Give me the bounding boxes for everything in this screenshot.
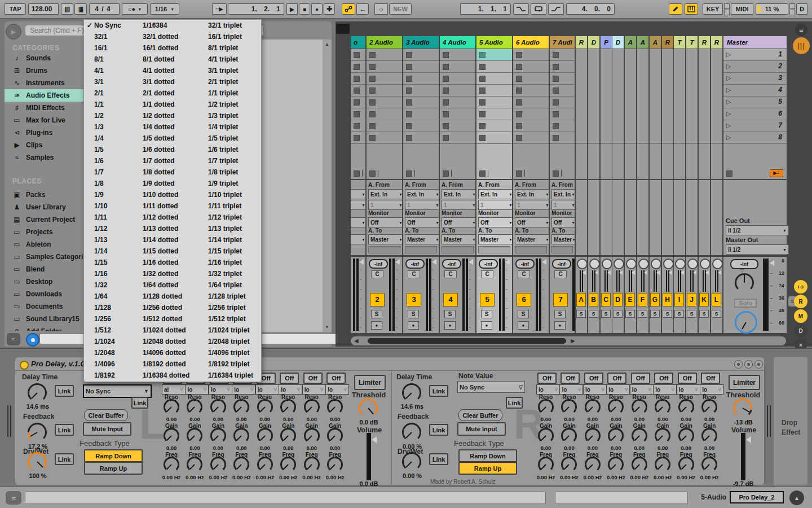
menu-item[interactable]: 1/91/10 dotted1/10 triplet bbox=[84, 189, 261, 200]
solo-button[interactable]: S bbox=[712, 310, 721, 318]
freq-knob[interactable] bbox=[233, 457, 249, 472]
clip-slot[interactable] bbox=[476, 61, 512, 73]
clip-stop-icon[interactable] bbox=[516, 99, 522, 106]
freq-knob[interactable] bbox=[538, 457, 554, 472]
return-track-header[interactable]: T bbox=[686, 36, 698, 49]
clip-stop-icon[interactable] bbox=[553, 64, 559, 70]
reso-knob[interactable] bbox=[164, 399, 179, 415]
stop-all-clips-icon[interactable] bbox=[354, 170, 360, 177]
midi-arrangement-overdub-button[interactable] bbox=[342, 3, 355, 15]
track-pan-control[interactable]: C bbox=[408, 270, 420, 278]
track-activator-button[interactable]: L bbox=[712, 293, 721, 306]
track-volume-display[interactable]: -Inf bbox=[479, 259, 498, 269]
track-stop-row[interactable] bbox=[403, 168, 439, 179]
return-track-header[interactable]: A bbox=[625, 36, 636, 49]
solo-button[interactable]: S bbox=[554, 310, 566, 318]
sidebar-place-documents[interactable]: ▭Documents bbox=[5, 300, 83, 313]
io-routing-select[interactable]: Off▼ bbox=[442, 217, 475, 227]
scene-play-icon[interactable]: ▷ bbox=[726, 86, 731, 94]
scroll-left-icon[interactable]: ◀ bbox=[354, 338, 359, 344]
link-button[interactable]: Link bbox=[429, 453, 448, 465]
scene-play-icon[interactable]: ▷ bbox=[726, 63, 731, 70]
volume-fader-handle[interactable] bbox=[395, 259, 400, 265]
clip-slot[interactable] bbox=[351, 85, 365, 97]
band-off-button[interactable]: Off bbox=[607, 373, 626, 384]
track-pan-control[interactable]: C bbox=[481, 270, 493, 278]
track-pan-control[interactable]: C bbox=[371, 270, 383, 278]
tap-tempo-button[interactable]: TAP bbox=[5, 3, 26, 15]
sidebar-place-packs[interactable]: ▣Packs bbox=[5, 189, 83, 201]
clip-slot[interactable] bbox=[476, 132, 512, 144]
menu-item[interactable]: 1/40961/8192 dotted1/8192 triplet bbox=[84, 358, 261, 370]
clip-stop-icon[interactable] bbox=[406, 76, 412, 82]
gain-knob[interactable] bbox=[561, 428, 577, 444]
clip-slot[interactable] bbox=[367, 61, 402, 73]
track-activator-button[interactable]: A bbox=[576, 293, 586, 306]
track-activator-button[interactable]: 5 bbox=[480, 293, 495, 306]
volume-fader-handle[interactable] bbox=[372, 436, 377, 443]
track-activator-button[interactable]: D bbox=[613, 293, 623, 306]
reso-knob[interactable] bbox=[678, 399, 694, 415]
back-to-arrangement-button[interactable]: ← bbox=[356, 3, 369, 15]
device-activator-led[interactable] bbox=[20, 361, 29, 370]
track-activator-button[interactable]: H bbox=[663, 293, 672, 306]
clip-stop-icon[interactable] bbox=[443, 52, 449, 58]
clip-stop-icon[interactable] bbox=[369, 135, 376, 141]
io-routing-select[interactable]: 1▼ bbox=[478, 200, 512, 210]
solo-button[interactable]: S bbox=[371, 310, 382, 318]
scroll-right-icon[interactable]: ▶ bbox=[571, 338, 575, 344]
menu-item[interactable]: 4/14/1 dotted3/1 triplet bbox=[84, 65, 261, 76]
gain-knob[interactable] bbox=[701, 428, 717, 444]
track-header[interactable]: 7 Audi bbox=[550, 36, 575, 49]
return-track-header[interactable]: A bbox=[637, 36, 648, 49]
clip-slot[interactable] bbox=[440, 61, 475, 73]
scene-slot[interactable]: ▷1 bbox=[723, 49, 787, 61]
track-header[interactable]: 5 Audio bbox=[476, 36, 512, 49]
send-knob[interactable] bbox=[614, 259, 624, 269]
link-button[interactable]: Link bbox=[429, 424, 448, 436]
clip-stop-icon[interactable] bbox=[443, 99, 449, 106]
io-routing-select[interactable]: ▼ bbox=[351, 189, 365, 199]
solo-button[interactable]: S bbox=[589, 310, 598, 318]
stop-all-clips-icon[interactable] bbox=[479, 170, 486, 177]
clip-stop-icon[interactable] bbox=[516, 123, 522, 129]
track-activator-button[interactable]: F bbox=[638, 293, 647, 306]
send-knob[interactable] bbox=[712, 259, 723, 269]
master-stop-row[interactable]: ▶≡ bbox=[723, 168, 787, 179]
io-routing-select[interactable]: 1▼ bbox=[442, 200, 475, 210]
clip-stop-icon[interactable] bbox=[516, 111, 522, 117]
track-pan-control[interactable]: C bbox=[554, 270, 567, 278]
band-type-select[interactable]: lo▽ bbox=[653, 384, 677, 395]
freq-knob[interactable] bbox=[187, 457, 202, 472]
solo-button[interactable]: S bbox=[663, 310, 672, 318]
track-stop-row[interactable] bbox=[513, 168, 549, 179]
scene-play-icon[interactable]: ▷ bbox=[726, 122, 731, 129]
menu-item[interactable]: 8/18/1 dotted4/1 triplet bbox=[84, 54, 261, 65]
clip-slot[interactable] bbox=[550, 97, 575, 108]
menu-item[interactable]: 1/161/32 dotted1/32 triplet bbox=[84, 268, 261, 279]
volume-fader[interactable] bbox=[367, 433, 371, 480]
sidebar-item-instruments[interactable]: ∿Instruments bbox=[5, 77, 83, 89]
io-routing-select[interactable]: Master▼ bbox=[405, 234, 439, 244]
io-routing-select[interactable]: 1▼ bbox=[405, 200, 439, 210]
scroll-down-icon[interactable]: ▼ bbox=[323, 325, 332, 330]
send-knob[interactable] bbox=[602, 259, 612, 269]
volume-fader-handle[interactable] bbox=[432, 259, 436, 265]
clip-stop-icon[interactable] bbox=[479, 52, 486, 58]
scene-play-icon[interactable]: ▷ bbox=[726, 75, 731, 82]
send-knob[interactable] bbox=[700, 259, 710, 269]
menu-item[interactable]: 1/81/9 dotted1/9 triplet bbox=[84, 178, 261, 189]
device-resize-handle[interactable] bbox=[767, 405, 768, 437]
menu-item[interactable]: 1/71/8 dotted1/8 triplet bbox=[84, 167, 261, 178]
clip-slot[interactable] bbox=[476, 49, 512, 61]
reso-knob[interactable] bbox=[538, 399, 554, 415]
clip-slot[interactable] bbox=[550, 73, 575, 85]
feedback-knob[interactable] bbox=[402, 423, 421, 442]
reso-knob[interactable] bbox=[585, 399, 601, 415]
return-track-header[interactable]: D bbox=[588, 36, 599, 49]
scene-slot[interactable]: ▷3 bbox=[723, 73, 787, 85]
reso-knob[interactable] bbox=[304, 399, 320, 415]
dry-wet-knob[interactable] bbox=[402, 452, 421, 471]
link-button[interactable]: Link bbox=[55, 385, 74, 397]
menu-item[interactable]: 1/121/13 dotted1/13 triplet bbox=[84, 223, 261, 234]
